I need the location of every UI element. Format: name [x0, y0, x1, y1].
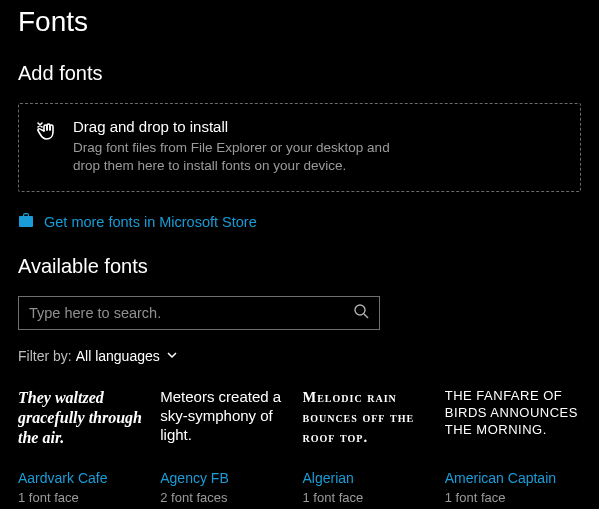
add-fonts-heading: Add fonts — [18, 62, 581, 85]
fonts-settings-page: Fonts Add fonts Drag and drop to install… — [0, 0, 599, 509]
font-face-count: 1 font face — [303, 490, 439, 505]
drop-zone-text: Drag and drop to install Drag font files… — [73, 118, 564, 175]
store-icon — [18, 212, 34, 231]
filter-value: All languages — [76, 348, 160, 364]
font-name-link[interactable]: American Captain — [445, 470, 581, 486]
font-name-link[interactable]: Algerian — [303, 470, 439, 486]
svg-line-1 — [364, 314, 368, 318]
font-card[interactable]: Melodic rain bounces off the roof top. A… — [303, 388, 439, 505]
font-face-count: 1 font face — [445, 490, 581, 505]
drop-zone-title: Drag and drop to install — [73, 118, 564, 135]
store-link-label: Get more fonts in Microsoft Store — [44, 214, 257, 230]
drag-hand-icon — [35, 120, 61, 150]
available-fonts-heading: Available fonts — [18, 255, 581, 278]
font-card[interactable]: The fanfare of birds announces the morni… — [445, 388, 581, 505]
filter-label: Filter by: — [18, 348, 72, 364]
font-face-count: 1 font face — [18, 490, 154, 505]
filter-by-dropdown[interactable]: Filter by: All languages — [18, 348, 581, 364]
font-card[interactable]: Meteors created a sky-symphony of light.… — [160, 388, 296, 505]
font-name-link[interactable]: Agency FB — [160, 470, 296, 486]
font-preview: Meteors created a sky-symphony of light. — [160, 388, 296, 460]
search-input[interactable] — [29, 305, 345, 321]
svg-point-0 — [355, 305, 365, 315]
drop-zone-description: Drag font files from File Explorer or yo… — [73, 139, 403, 175]
font-face-count: 2 font faces — [160, 490, 296, 505]
font-name-link[interactable]: Aardvark Cafe — [18, 470, 154, 486]
font-preview: They waltzed gracefully through the air. — [18, 388, 154, 460]
search-icon[interactable] — [353, 303, 369, 323]
page-title: Fonts — [18, 0, 581, 38]
font-preview: The fanfare of birds announces the morni… — [445, 388, 581, 460]
font-search-box[interactable] — [18, 296, 380, 330]
font-preview: Melodic rain bounces off the roof top. — [303, 388, 439, 460]
font-card[interactable]: They waltzed gracefully through the air.… — [18, 388, 154, 505]
font-grid: They waltzed gracefully through the air.… — [18, 388, 581, 505]
chevron-down-icon — [166, 348, 178, 364]
store-link[interactable]: Get more fonts in Microsoft Store — [18, 212, 581, 231]
font-drop-zone[interactable]: Drag and drop to install Drag font files… — [18, 103, 581, 192]
